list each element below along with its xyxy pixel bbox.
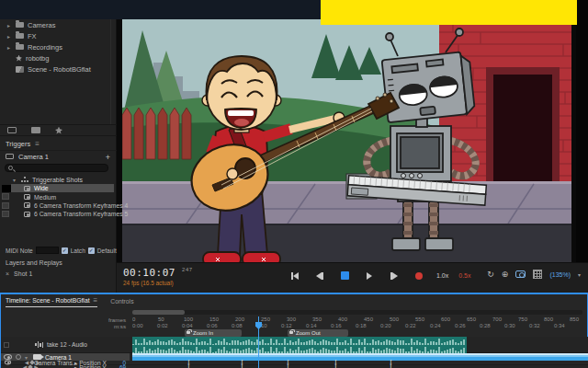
keyframes-icon bbox=[24, 202, 30, 208]
project-panel-toolbar bbox=[0, 124, 117, 136]
triggers-camera-row[interactable]: Camera 1 + bbox=[0, 150, 117, 162]
boy-hand-left bbox=[227, 168, 238, 179]
visibility-eye-icon[interactable] bbox=[5, 361, 11, 365]
go-to-start-button[interactable] bbox=[288, 270, 302, 282]
audio-track-label: take 12 - Audio bbox=[47, 341, 87, 348]
tab-timeline-scene[interactable]: Timeline: Scene - RobotBGflat≡ bbox=[6, 296, 97, 307]
panel-menu-icon[interactable]: ≡ bbox=[94, 296, 98, 305]
trigger-item-keyframes-4[interactable]: 6 Camera Transform Keyframes 4 bbox=[0, 201, 117, 210]
frames-unit-label: frames bbox=[1, 316, 126, 323]
timeline-tabs: Timeline: Scene - RobotBGflat≡ Controls bbox=[1, 295, 134, 307]
timeline-marker[interactable]: Zoom In bbox=[185, 329, 242, 337]
mute-toggle[interactable] bbox=[4, 342, 9, 348]
zoom-level[interactable]: (135%) bbox=[549, 271, 571, 278]
trigger-key-chip[interactable] bbox=[2, 202, 9, 209]
stop-button[interactable] bbox=[337, 270, 352, 282]
center-view-icon[interactable]: ⊕ bbox=[502, 270, 509, 279]
add-trigger-button[interactable]: + bbox=[106, 153, 110, 162]
project-item-cameras[interactable]: ▸ Cameras bbox=[0, 19, 116, 30]
record-button[interactable] bbox=[412, 270, 426, 282]
chevron-right-icon[interactable]: ▸ bbox=[7, 44, 12, 51]
close-icon[interactable]: × bbox=[6, 270, 9, 277]
boy-shoe-left bbox=[203, 252, 241, 262]
marker-row: Zoom InZoom Out bbox=[132, 329, 586, 337]
live-speed: 0.5x bbox=[458, 272, 470, 279]
scrollbar-thumb[interactable] bbox=[132, 310, 185, 315]
timecode-display[interactable]: 00:10:07 247 bbox=[123, 267, 193, 279]
playback-speed[interactable]: 1.0x bbox=[436, 272, 448, 279]
hierarchy-icon bbox=[21, 177, 28, 182]
frame-counter: 247 bbox=[182, 267, 193, 272]
step-back-button[interactable] bbox=[312, 270, 327, 282]
lock-icon bbox=[289, 331, 293, 334]
solo-icon[interactable] bbox=[16, 354, 21, 360]
project-item-robotbg[interactable]: robotbg bbox=[0, 52, 116, 63]
project-item-label: Scene - RobotBGflat bbox=[28, 65, 91, 74]
new-folder-button[interactable] bbox=[31, 127, 40, 133]
snapshot-icon[interactable] bbox=[515, 270, 526, 278]
triggers-title: Triggers bbox=[6, 140, 30, 148]
keyframe-icon[interactable]: I bbox=[241, 364, 243, 368]
trigger-key-chip[interactable] bbox=[2, 211, 9, 217]
new-puppet-button[interactable] bbox=[55, 127, 62, 134]
time-ruler[interactable]: 0:000:020:040:060:080:100:120:140:160:18… bbox=[132, 323, 586, 329]
keyframe-lane[interactable]: IIIII bbox=[132, 361, 588, 364]
trigger-label: 6 Camera Transform Keyframes 4 bbox=[34, 202, 128, 209]
audio-clip[interactable] bbox=[132, 337, 467, 353]
chevron-down-icon[interactable]: ▾ bbox=[13, 177, 17, 183]
audio-track-header[interactable]: take 12 - Audio bbox=[1, 337, 130, 352]
chevron-right-icon[interactable]: ▸ bbox=[7, 33, 12, 40]
keyframe-icon[interactable]: I bbox=[287, 364, 289, 368]
character-animator-window: ▸ Cameras ▸ FX ▸ Recordings robotbg Scen… bbox=[0, 0, 588, 368]
audio-track[interactable]: take 12 - Audio bbox=[1, 337, 588, 353]
folder-icon bbox=[16, 33, 24, 39]
triggers-panel-header: Triggers ≡ bbox=[0, 138, 117, 150]
default-label: Default bbox=[97, 247, 117, 254]
panel-menu-icon[interactable]: ≡ bbox=[35, 140, 40, 148]
project-item-scene[interactable]: Scene - RobotBGflat bbox=[0, 63, 116, 75]
chevron-down-icon[interactable]: ▾ bbox=[578, 271, 581, 278]
trigger-item-medium[interactable]: Medium bbox=[0, 192, 117, 201]
keyframe-icon[interactable]: I bbox=[334, 364, 337, 368]
keyframes-icon bbox=[24, 212, 30, 217]
midi-note-input[interactable] bbox=[36, 247, 59, 254]
shot-label: Shot 1 bbox=[14, 270, 32, 277]
refresh-icon[interactable]: ↻ bbox=[487, 270, 494, 279]
waveform-icon bbox=[35, 341, 43, 349]
project-item-fx[interactable]: ▸ FX bbox=[0, 30, 116, 41]
trigger-label: Medium bbox=[34, 194, 56, 201]
keyframe-icon[interactable]: I bbox=[187, 364, 190, 368]
search-input[interactable] bbox=[5, 164, 108, 172]
tab-controls[interactable]: Controls bbox=[110, 298, 133, 305]
keyframe-icon[interactable]: I bbox=[390, 364, 392, 368]
latch-checkbox[interactable]: ✓ bbox=[62, 247, 68, 254]
camera-clip-bar[interactable] bbox=[132, 353, 588, 361]
trigger-label: Wide bbox=[34, 185, 49, 191]
frames-ruler[interactable]: 0501001502002503003504004505005506006507… bbox=[132, 316, 586, 323]
timeline-zoom-scrollbar[interactable] bbox=[132, 310, 582, 315]
midi-note-row: MIDI Note ✓ Latch ✓ Default bbox=[0, 245, 117, 256]
door bbox=[493, 75, 552, 183]
transparency-grid-icon[interactable] bbox=[533, 270, 542, 279]
project-item-recordings[interactable]: ▸ Recordings bbox=[0, 41, 116, 52]
chevron-right-icon[interactable]: ▸ bbox=[7, 22, 12, 29]
trigger-item-keyframes-5[interactable]: 6 Camera Transform Keyframes 5 bbox=[0, 210, 117, 218]
shot-1-row[interactable]: × Shot 1 bbox=[6, 270, 32, 277]
triggers-tree: ▾ Triggerable Shots Wide Medium 6 Camera… bbox=[0, 175, 117, 219]
visibility-eye-icon[interactable] bbox=[4, 354, 12, 360]
play-button[interactable] bbox=[362, 270, 377, 282]
timeline-marker[interactable]: Zoom Out bbox=[288, 329, 348, 337]
trigger-swatch[interactable] bbox=[2, 185, 11, 192]
new-scene-button[interactable] bbox=[7, 127, 17, 133]
scene-canvas[interactable] bbox=[122, 19, 571, 262]
trigger-item-wide[interactable]: Wide bbox=[0, 184, 117, 192]
scene-viewport bbox=[117, 19, 588, 262]
step-forward-button[interactable] bbox=[387, 270, 401, 282]
triggerable-shots-group[interactable]: ▾ Triggerable Shots bbox=[0, 175, 117, 184]
property-value[interactable]: 69 bbox=[119, 364, 126, 368]
default-checkbox[interactable]: ✓ bbox=[88, 247, 95, 254]
trigger-key-chip[interactable] bbox=[2, 193, 9, 200]
right-letterbox bbox=[576, 0, 588, 293]
timeline-panel: Timeline: Scene - RobotBGflat≡ Controls … bbox=[0, 293, 588, 368]
keyframe-navigator[interactable]: ◀▶ bbox=[23, 364, 38, 368]
